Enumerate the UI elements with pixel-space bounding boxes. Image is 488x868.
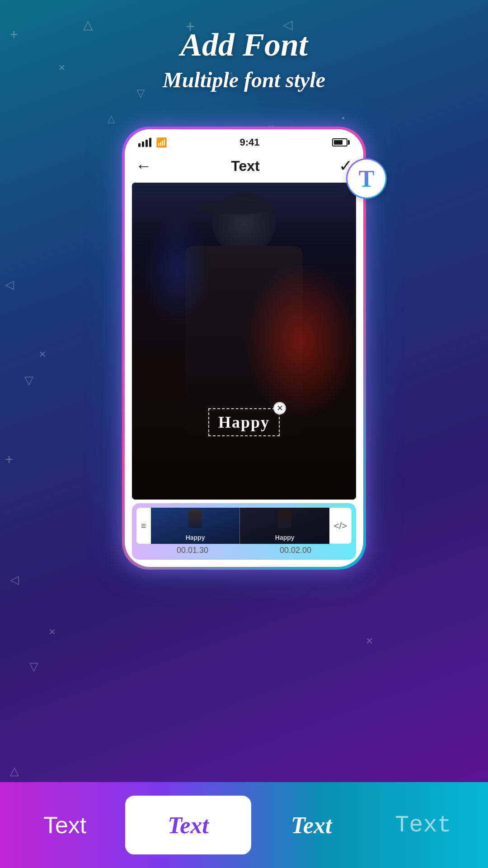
deco-symbol-13: ◁	[5, 278, 14, 292]
deco-symbol-15: ×	[366, 634, 373, 648]
text-overlay[interactable]: Happy ✕	[208, 408, 280, 436]
timeline-area[interactable]: ≡ Happy Happy </> 00.01.30	[132, 503, 356, 560]
font-option-normal[interactable]: Text	[14, 796, 116, 854]
battery-body	[332, 138, 347, 146]
text-tool-button[interactable]: T	[346, 158, 387, 199]
timestamp-2: 00.02.00	[280, 546, 311, 555]
page-subtitle: Multiple font style	[0, 67, 488, 92]
deco-symbol-20: ◁	[10, 573, 19, 587]
blue-light-effect	[143, 214, 211, 327]
deco-symbol-17: ×	[49, 625, 56, 639]
signal-bar-3	[145, 140, 148, 147]
status-bar: 📶 9:41	[125, 129, 363, 152]
canvas-area[interactable]: Happy ✕	[132, 183, 356, 500]
timestamps: 00.01.30 00.02.00	[136, 544, 352, 555]
deco-symbol-18: ▽	[29, 660, 38, 674]
font-option-italic[interactable]: Text	[260, 796, 363, 854]
red-light-effect	[244, 262, 356, 420]
status-time: 9:41	[239, 137, 259, 148]
clip-segment-1[interactable]: Happy	[151, 508, 240, 544]
app-header: ← Text ✓	[125, 152, 363, 183]
timestamp-1: 00.01.30	[177, 546, 208, 555]
text-close-button[interactable]: ✕	[273, 402, 286, 415]
clip-label-2: Happy	[275, 534, 295, 541]
back-button[interactable]: ←	[136, 156, 152, 175]
photo-background: Happy ✕	[132, 183, 356, 500]
timeline-clip[interactable]: Happy Happy	[151, 508, 329, 544]
signal-bar-1	[138, 143, 141, 147]
battery-tip	[348, 140, 350, 145]
overlay-text: Happy	[218, 413, 270, 431]
timeline-track: ≡ Happy Happy </>	[136, 508, 352, 544]
phone-mockup: T 📶 9:41	[122, 127, 366, 570]
font-option-normal-label: Text	[43, 811, 86, 839]
battery	[332, 138, 350, 146]
battery-fill	[334, 140, 343, 145]
timeline-end-icon[interactable]: </>	[329, 521, 352, 531]
deco-symbol-14: +	[5, 451, 14, 468]
clip-person-2	[278, 510, 291, 528]
page-title: Add Font	[0, 27, 488, 63]
font-option-light-label: Text	[395, 812, 451, 839]
clip-segment-2[interactable]: Happy	[240, 508, 329, 544]
phone-border: 📶 9:41 ← Text ✓	[122, 127, 366, 570]
deco-symbol-9: •	[342, 113, 345, 123]
deco-symbol-11: ×	[39, 347, 46, 361]
clip-label-1: Happy	[186, 534, 205, 541]
signal-bar-2	[142, 142, 144, 147]
status-left: 📶	[138, 137, 167, 148]
font-option-light[interactable]: Text	[372, 796, 474, 854]
hat-shape	[195, 201, 277, 214]
signal-bars	[138, 138, 151, 147]
wifi-icon: 📶	[156, 137, 167, 148]
font-selector: Text Text Text Text	[0, 782, 488, 868]
text-tool-icon: T	[359, 165, 375, 192]
timeline-menu-icon[interactable]: ≡	[136, 521, 151, 531]
font-option-bold-label: Text	[168, 812, 209, 839]
phone-inner: 📶 9:41 ← Text ✓	[125, 129, 363, 567]
deco-symbol-21: △	[10, 764, 19, 778]
deco-symbol-12: ▽	[24, 373, 33, 387]
font-option-bold-selected[interactable]: Text	[125, 796, 251, 854]
title-section: Add Font Multiple font style	[0, 27, 488, 92]
signal-bar-4	[149, 138, 151, 147]
clip-person-1	[188, 510, 202, 528]
font-option-italic-label: Text	[291, 812, 332, 839]
deco-symbol-7: △	[108, 113, 115, 125]
header-title: Text	[231, 158, 259, 175]
